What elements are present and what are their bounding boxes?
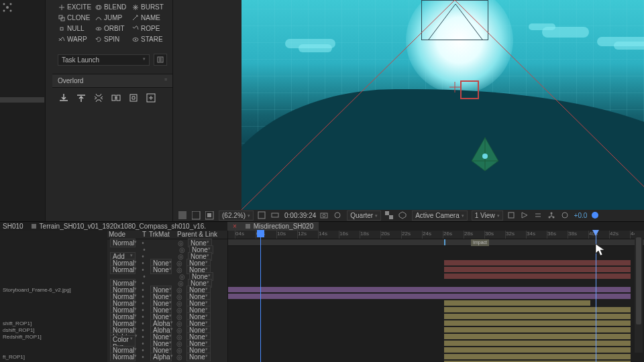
layer-duration-bar[interactable]	[444, 307, 631, 312]
layer-bar-row[interactable]	[228, 326, 644, 333]
comp-tab[interactable]: Terrain_SH010_v01_1920x1080_Compass_sh01…	[32, 223, 207, 230]
layer-name[interactable]	[0, 246, 107, 253]
transparency-grid-icon[interactable]	[385, 211, 394, 221]
trkmat-dropdown[interactable]: Alpha▾	[150, 353, 172, 361]
layer-duration-bar[interactable]	[228, 287, 631, 292]
layer-duration-bar[interactable]	[444, 347, 631, 353]
layer-name[interactable]	[0, 273, 107, 280]
resolution-icon[interactable]	[258, 211, 267, 221]
layer-name[interactable]: Storyboard_Frame-6_v2.jpg]	[0, 286, 107, 293]
tool-clone[interactable]: CLONE	[58, 13, 93, 22]
overlord-settings-icon[interactable]	[93, 92, 105, 104]
tool-rope[interactable]: ROPE	[131, 24, 167, 33]
layer-bar-row[interactable]	[228, 300, 644, 306]
layer-switches-row[interactable]: Normal▾•Alpha▾◎None▾	[107, 353, 227, 360]
layer-name[interactable]	[0, 313, 107, 320]
tool-jump[interactable]: JUMP	[95, 13, 130, 22]
layer-bar-row[interactable]	[228, 353, 644, 360]
tool-spin[interactable]: SPIN	[95, 35, 130, 44]
layer-name[interactable]	[0, 340, 107, 347]
3d-view-icon[interactable]	[398, 211, 408, 221]
vertical-scrollbar[interactable]	[635, 231, 643, 353]
roi-icon[interactable]	[271, 211, 280, 221]
timecode-display[interactable]: 0:00:39:24	[284, 212, 316, 219]
layer-bar-row[interactable]	[228, 266, 644, 273]
tool-orbit[interactable]: ORBIT	[95, 24, 130, 33]
mode-column-header[interactable]: Mode	[107, 231, 140, 239]
layer-duration-bar[interactable]	[444, 320, 631, 326]
exposure-reset-icon[interactable]	[561, 211, 570, 221]
mask-icon[interactable]	[205, 211, 215, 221]
parent-column-header[interactable]: Parent & Link	[177, 231, 227, 239]
layer-bar-row[interactable]	[228, 253, 644, 259]
channel-icon[interactable]	[192, 211, 201, 221]
layer-name[interactable]	[0, 306, 107, 313]
layer-bar-row[interactable]	[228, 246, 644, 253]
overlord-panel-header[interactable]: Overlord≡	[52, 74, 172, 88]
trkmat-column-header[interactable]: TrkMat	[149, 231, 177, 239]
quality-dropdown[interactable]: Quarter▾	[347, 210, 381, 221]
layer-bar-row[interactable]	[228, 333, 644, 340]
tool-stare[interactable]: STARE	[131, 35, 167, 44]
snap-icon[interactable]	[3, 3, 12, 12]
comp-tab[interactable]: SH010	[3, 223, 23, 230]
trkmat-dropdown[interactable]: None▾	[150, 265, 172, 274]
layer-name[interactable]	[0, 266, 107, 273]
composition-viewer[interactable]: (62.2%)▾ 0:00:39:24 Quarter▾ Active Came…	[173, 0, 644, 221]
tool-blend[interactable]: BLEND	[95, 3, 130, 11]
comp-flowchart-icon[interactable]	[547, 211, 557, 221]
task-launch-dropdown[interactable]: Task Launch▾	[58, 54, 150, 66]
view-layout-dropdown[interactable]: 1 View▾	[472, 210, 503, 221]
layer-bar-row[interactable]	[228, 347, 644, 353]
layer-name[interactable]: dshift_ROP1]	[0, 326, 107, 333]
tool-burst[interactable]: BURST	[131, 3, 167, 11]
layer-name[interactable]	[0, 280, 107, 286]
show-snapshot-icon[interactable]	[333, 211, 343, 221]
layer-name[interactable]: shift_ROP1]	[0, 320, 107, 326]
playhead-secondary[interactable]	[596, 231, 596, 362]
layer-name[interactable]	[0, 300, 107, 306]
camera-dropdown[interactable]: Active Camera▾	[412, 210, 468, 221]
layer-duration-bar[interactable]	[444, 274, 631, 279]
parent-dropdown[interactable]: None▾	[186, 353, 211, 361]
timeline-graph[interactable]: 04s08s10s12s14s16s18s20s22s24s26s28s30s3…	[228, 231, 644, 362]
comp-tab-active[interactable]: × Misdirection_SH020	[227, 222, 319, 231]
layer-duration-bar[interactable]	[228, 294, 631, 299]
tool-excite[interactable]: EXCITE	[58, 3, 93, 11]
layer-duration-bar[interactable]	[444, 354, 631, 359]
layer-bar-row[interactable]	[228, 280, 644, 286]
layer-name[interactable]	[0, 259, 107, 266]
zoom-dropdown[interactable]: (62.2%)▾	[219, 210, 254, 221]
layer-duration-bar[interactable]	[444, 260, 631, 265]
fast-preview-icon[interactable]	[521, 211, 530, 221]
time-ruler[interactable]: 04s08s10s12s14s16s18s20s22s24s26s28s30s3…	[228, 231, 644, 239]
blend-mode-dropdown[interactable]: Normal▾	[110, 265, 136, 274]
layer-name[interactable]	[0, 347, 107, 353]
work-area-start[interactable]	[444, 239, 445, 245]
pixel-aspect-icon[interactable]	[507, 211, 517, 221]
overlord-push-icon[interactable]	[58, 92, 70, 104]
layer-bar-row[interactable]	[228, 313, 644, 320]
alpha-icon[interactable]	[178, 211, 188, 221]
layer-duration-bar[interactable]	[444, 341, 631, 346]
layer-duration-bar[interactable]	[444, 267, 631, 272]
layer-name[interactable]	[0, 253, 107, 259]
layer-name[interactable]	[0, 293, 107, 300]
layer-name[interactable]: Redshift_ROP1]	[0, 333, 107, 340]
layer-duration-bar[interactable]	[444, 334, 631, 339]
layer-duration-bar[interactable]	[444, 327, 631, 333]
timeline-icon[interactable]	[534, 211, 543, 221]
layer-bar-row[interactable]	[228, 320, 644, 326]
overlord-add-icon[interactable]	[145, 92, 157, 104]
blend-mode-dropdown[interactable]: Normal▾	[110, 239, 136, 247]
layer-bar-row[interactable]	[228, 259, 644, 266]
preview-canvas[interactable]	[241, 0, 644, 210]
layer-bar-row[interactable]	[228, 286, 644, 293]
composition-marker[interactable]: Impact	[471, 239, 489, 246]
layer-bar-row[interactable]	[228, 273, 644, 280]
overlord-swap-icon[interactable]	[110, 92, 122, 104]
layer-bar-row[interactable]	[228, 306, 644, 313]
layer-duration-bar[interactable]	[444, 314, 631, 319]
tool-warp[interactable]: WARP	[58, 35, 93, 44]
layer-bar-row[interactable]	[228, 293, 644, 300]
